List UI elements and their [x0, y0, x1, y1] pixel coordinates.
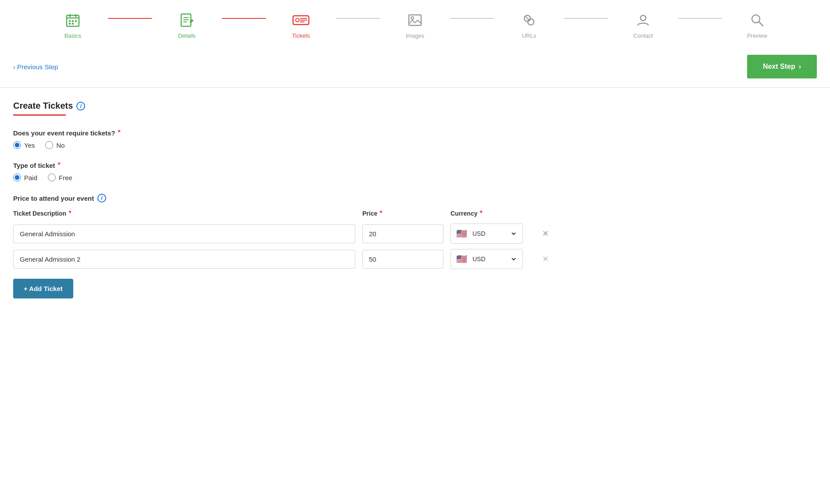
col-header-currency: Currency * [451, 209, 532, 220]
add-ticket-button[interactable]: + Add Ticket [13, 279, 73, 298]
step-details-label: Details [178, 32, 196, 39]
currency-select-2[interactable]: USD EUR GBP CAD [471, 255, 517, 263]
step-urls-label: URLs [522, 32, 537, 39]
ticket-row-1: 🇺🇸 USD EUR GBP CAD ✕ [13, 224, 817, 244]
step-basics[interactable]: Basics [38, 11, 108, 39]
svg-point-15 [296, 18, 299, 22]
connector-3 [336, 18, 380, 19]
svg-rect-3 [75, 14, 76, 17]
ticket-type-label: Type of ticket * [13, 161, 817, 169]
step-tickets[interactable]: Tickets [266, 11, 336, 39]
radio-paid-label: Paid [24, 174, 37, 181]
radio-paid[interactable]: Paid [13, 174, 37, 181]
currency-select-box-1[interactable]: 🇺🇸 USD EUR GBP CAD [451, 224, 523, 244]
svg-rect-8 [72, 23, 74, 25]
step-images[interactable]: Images [380, 11, 450, 39]
required-star-price: * [379, 209, 382, 217]
radio-free-label: Free [59, 174, 72, 181]
prev-step-button[interactable]: ‹ Previous Step [13, 63, 58, 71]
step-tickets-label: Tickets [292, 32, 310, 39]
nav-bar: ‹ Previous Step Next Step › [0, 46, 830, 88]
chevron-right-icon: › [799, 63, 801, 71]
ticket-price-wrapper-1 [362, 224, 444, 243]
ticket-price-input-1[interactable] [362, 224, 444, 243]
radio-no-label: No [56, 142, 64, 149]
ticket-row-2: 🇺🇸 USD EUR GBP CAD ✕ [13, 249, 817, 269]
svg-rect-5 [72, 20, 74, 22]
svg-line-26 [759, 22, 763, 26]
step-contact-icon [633, 11, 653, 30]
next-step-label: Next Step [763, 63, 795, 71]
radio-free[interactable]: Free [48, 174, 72, 181]
radio-free-input[interactable] [48, 174, 56, 181]
step-contact-label: Contact [633, 32, 653, 39]
price-info-icon[interactable]: i [97, 194, 106, 202]
radio-paid-input[interactable] [13, 174, 21, 181]
remove-ticket-2-button[interactable]: ✕ [539, 253, 552, 265]
create-tickets-info-icon[interactable]: i [76, 102, 85, 110]
step-urls[interactable]: URLs [494, 11, 564, 39]
svg-rect-7 [69, 23, 71, 25]
step-preview-label: Preview [747, 32, 767, 39]
step-urls-icon [519, 11, 539, 30]
svg-line-23 [525, 16, 529, 21]
step-contact[interactable]: Contact [608, 11, 678, 39]
connector-6 [678, 18, 722, 19]
connector-4 [450, 18, 494, 19]
svg-point-24 [640, 15, 646, 21]
currency-select-box-2[interactable]: 🇺🇸 USD EUR GBP CAD [451, 249, 523, 269]
step-preview-icon [748, 11, 767, 30]
us-flag-icon-2: 🇺🇸 [456, 254, 467, 264]
step-basics-icon [63, 11, 82, 30]
requires-tickets-radio-group: Yes No [13, 141, 817, 149]
svg-point-20 [411, 17, 414, 19]
currency-select-1[interactable]: USD EUR GBP CAD [471, 230, 517, 238]
radio-no-input[interactable] [45, 141, 53, 149]
ticket-desc-input-2[interactable] [13, 250, 355, 269]
price-section: Price to attend your event i Ticket Desc… [13, 194, 817, 298]
svg-rect-2 [69, 14, 71, 17]
section-title-text: Create Tickets [13, 101, 73, 111]
main-content: Create Tickets i Does your event require… [0, 88, 830, 324]
required-star-currency: * [479, 209, 482, 217]
chevron-left-icon: ‹ [13, 63, 15, 71]
svg-rect-4 [69, 20, 71, 22]
section-underline [13, 114, 66, 116]
remove-ticket-1-button[interactable]: ✕ [539, 228, 552, 239]
ticket-type-group: Type of ticket * Paid Free [13, 161, 817, 181]
price-section-label: Price to attend your event i [13, 194, 817, 202]
ticket-currency-wrapper-1: 🇺🇸 USD EUR GBP CAD [451, 224, 532, 244]
add-ticket-label: + Add Ticket [24, 285, 63, 292]
ticket-desc-wrapper-1 [13, 224, 355, 243]
ticket-desc-input-1[interactable] [13, 224, 355, 243]
connector-1 [108, 18, 152, 19]
radio-yes-label: Yes [24, 142, 35, 149]
step-images-label: Images [406, 32, 425, 39]
required-star-desc: * [68, 209, 71, 217]
ticket-currency-wrapper-2: 🇺🇸 USD EUR GBP CAD [451, 249, 532, 269]
wizard-steps: Basics Details [0, 0, 830, 46]
step-details[interactable]: Details [152, 11, 222, 39]
ticket-type-radio-group: Paid Free [13, 174, 817, 181]
connector-2 [222, 18, 266, 19]
requires-tickets-group: Does your event require tickets? * Yes N… [13, 129, 817, 149]
step-details-icon [177, 11, 197, 30]
ticket-columns-header: Ticket Description * Price * Currency * [13, 209, 817, 220]
step-preview[interactable]: Preview [722, 11, 792, 39]
ticket-desc-wrapper-2 [13, 250, 355, 269]
col-header-desc: Ticket Description * [13, 209, 355, 220]
step-images-icon [405, 11, 425, 30]
section-title: Create Tickets i [13, 101, 817, 111]
ticket-price-wrapper-2 [362, 250, 444, 269]
step-basics-label: Basics [64, 32, 81, 39]
connector-5 [564, 18, 608, 19]
next-step-button[interactable]: Next Step › [747, 55, 817, 78]
radio-yes-input[interactable] [13, 141, 21, 149]
radio-yes[interactable]: Yes [13, 141, 35, 149]
required-star-2: * [58, 161, 61, 169]
prev-step-label: Previous Step [17, 63, 58, 71]
step-tickets-icon [291, 11, 311, 30]
radio-no[interactable]: No [45, 141, 64, 149]
ticket-price-input-2[interactable] [362, 250, 444, 269]
svg-rect-19 [409, 15, 421, 25]
